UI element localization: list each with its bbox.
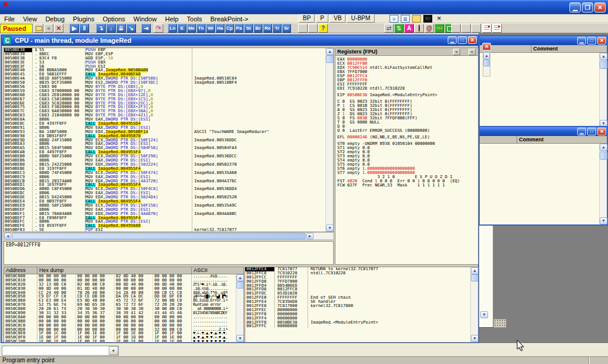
scrollbar[interactable]: ▲ ▼ [599, 144, 607, 224]
trace-into-icon[interactable]: ⇊ [116, 24, 126, 33]
scroll-right-icon[interactable]: ► [306, 233, 314, 239]
dump-row[interactable]: 0050C0E01F 00 1C 001F 00 1E 001F 00 1E 0… [4, 331, 236, 335]
menu-view[interactable]: View [19, 15, 42, 23]
maximize-icon[interactable]: □ [458, 36, 467, 44]
dump-row[interactable]: 0050C09030 31 32 3334 35 36 3738 39 41 4… [4, 311, 236, 315]
options-gear-icon[interactable] [298, 24, 308, 33]
window-button-wi[interactable]: Wi [206, 24, 215, 33]
combo-dropdown-icon[interactable]: ▼ [109, 346, 118, 355]
disasm-row[interactable]: 0050BE8C.E8 4397F8FFCALL ImageRed.004955… [4, 122, 325, 126]
window-button-pa[interactable]: Pa [235, 24, 243, 33]
close-button[interactable]: ✕ [594, 2, 606, 12]
scroll-up-icon[interactable]: ▲ [236, 274, 244, 281]
cpu-window[interactable]: C CPU - main thread, module ImageRed ▁ □… [1, 34, 479, 343]
menu-plugins[interactable]: Plugins [69, 15, 99, 23]
scroll-thumb[interactable] [483, 59, 490, 67]
comment-window-2-titlebar[interactable]: ▁ □ ✕ [480, 127, 607, 136]
stack-row[interactable]: 0012FFEC00000000 [245, 308, 470, 312]
scroll-thumb[interactable] [600, 151, 607, 160]
stack-row[interactable]: 0012FFD48054B6ED [245, 284, 470, 288]
disasm-row[interactable]: 0050BEB0.8B0D 98F25000MOV ECX,DWORD PTR … [4, 154, 325, 159]
hidden-window-scrollbar[interactable]: ▲ [483, 52, 490, 77]
scroll-left-icon[interactable]: ◄ [4, 233, 11, 239]
dump-row[interactable]: 0050C0C000 00 00 0000 00 00 0000 00 00 0… [4, 324, 236, 328]
dump-row[interactable]: 0050C050C9 D7 CF C8CD CE DB D8DA D9 CA D… [4, 295, 236, 299]
register-line[interactable]: EDI 7C910228 ntdll.7C910228 [337, 87, 478, 91]
empty-slot-icon[interactable] [461, 24, 471, 33]
open-file-icon[interactable] [34, 24, 43, 33]
comment-window-2[interactable]: ▁ □ ✕ Comment ▲ ▼ [479, 126, 608, 226]
disasm-row[interactable]: 0050BEC9.8B06MOV EAX,DWORD PTR DS:[ESI] [4, 175, 325, 179]
register-line[interactable]: EIP 0050BE38 ImageRed.<ModuleEntryPoint> [337, 93, 478, 97]
window-button-re[interactable]: Re [263, 24, 272, 33]
disasm-row[interactable]: 0050BE75.C683 F3020000 00MOV BYTE PTR DS… [4, 105, 325, 109]
comment-window-1-titlebar[interactable]: ▁ □ ✕ [480, 36, 607, 45]
disasm-row[interactable]: 0050BE45.E8 56B1EFFFCALL ImageRed.00406F… [4, 72, 325, 77]
dump-header-address[interactable]: Address [4, 267, 37, 274]
menu-tools[interactable]: Tools [183, 15, 207, 23]
close-icon[interactable]: ✕ [468, 36, 477, 44]
stack-row[interactable]: 0012FFD07FFD7000 [245, 280, 470, 284]
record-dot-icon[interactable] [414, 24, 424, 33]
stack-row[interactable]: 0012FFD80012FFC8 [245, 287, 470, 292]
dump-header-hex[interactable]: Hex dump [37, 267, 192, 274]
stack-row[interactable]: 0012FFE47C839AD8SE handler [245, 300, 470, 304]
menu-help[interactable]: Help [161, 15, 183, 23]
restore-button[interactable]: ❐ [582, 2, 593, 12]
disasm-row[interactable]: 0050BE93.BA 14BF5000MOV EDX,ImageRed.005… [4, 130, 325, 134]
disasm-row[interactable]: 0050BEBE.E8 3197F8FFCALL ImageRed.004955… [4, 167, 325, 171]
restart-back-icon[interactable]: « [44, 24, 53, 33]
disasm-row[interactable]: 0050BEDC.8B06MOV EAX,DWORD PTR DS:[ESI] [4, 191, 325, 195]
dump-row[interactable]: 0050C02032 13 8B C002 00 8B C000 8D 40 0… [4, 283, 236, 287]
menu-file[interactable]: File [0, 15, 19, 23]
register-line[interactable]: O 0 LastErr ERROR_SUCCESS (00000000) [337, 129, 478, 133]
disasm-row[interactable]: 0050BE38$55PUSH EBP [4, 48, 325, 52]
dump-row[interactable]: 0050C08020 20 61 7420 30 30 3030 30 30 3… [4, 307, 236, 311]
close-process-icon[interactable]: ✕ [54, 24, 64, 33]
disasm-row[interactable]: 0050BE4A.8B1D 88F55000MOV EBX,DWORD PTR … [4, 77, 325, 81]
disasm-row[interactable]: 0050BE9D.8B0D 24F15000MOV ECX,DWORD PTR … [4, 138, 325, 143]
command-combobox[interactable]: ▼ [2, 346, 119, 356]
menu-breakpoint[interactable]: BreakPoint-> [206, 15, 252, 23]
menu-close-icon[interactable]: ✕ [435, 15, 444, 23]
disasm-row[interactable]: 0050BEE4.E8 0B97F8FFCALL ImageRed.004955… [4, 200, 325, 204]
dump-pane[interactable]: Address Hex dump ASCII 0050C00000 00 00 … [4, 267, 244, 343]
stack-pane[interactable]: 0012FFC47C817077RETURN to kernel32.7C817… [245, 267, 479, 343]
scroll-down-icon[interactable]: ▼ [600, 217, 607, 224]
open-folder-icon[interactable] [412, 15, 421, 23]
scroll-thumb[interactable] [326, 55, 334, 63]
registers-prev-icon[interactable]: < [453, 49, 460, 55]
spiral-plugin-icon[interactable]: @ [425, 24, 434, 33]
dump-row[interactable]: 0050C01000 00 00 0000 00 00 0000 00 00 0… [4, 278, 236, 283]
scroll-thumb[interactable] [236, 281, 244, 289]
counter-plugin-icon[interactable]: 012 [435, 24, 444, 33]
comment-window-2-body[interactable] [480, 144, 599, 224]
pause-icon[interactable]: ‖ [80, 24, 89, 33]
disasm-row[interactable]: 0050BE50.8B35 DCF35000MOV ESI,DWORD PTR … [4, 81, 325, 85]
disasm-row[interactable]: 0050BE83.C683 21040000 00MOV BYTE PTR DS… [4, 113, 325, 118]
scroll-thumb[interactable] [600, 61, 607, 69]
comment-window-1[interactable]: ▁ □ ✕ Comment ▲ ▼ [479, 35, 608, 128]
disasm-row[interactable]: 0050BECB.8B15 20374A00MOV EDX,DWORD PTR … [4, 179, 325, 183]
scroll-up-icon[interactable]: ▲ [483, 52, 490, 59]
quick-button-bp[interactable]: BP [299, 14, 315, 23]
disasm-row[interactable]: 0050BE3B.83C4 F0ADD ESP,-10 [4, 56, 325, 61]
disasm-row[interactable]: 0050BED6.8B0D C8F45000MOV ECX,DWORD PTR … [4, 187, 325, 191]
appearance-icon[interactable] [308, 24, 318, 33]
window-button-tr[interactable]: Tr [273, 24, 281, 33]
disasm-row[interactable]: 0050BE7C.C683 8A030000 00MOV BYTE PTR DS… [4, 109, 325, 113]
empty-slot-icon[interactable] [451, 24, 461, 33]
registers-prev2-icon[interactable]: < [468, 49, 476, 55]
scroll-down-icon[interactable]: ▼ [326, 224, 334, 232]
hidden-window-close-icon[interactable]: ✕ [482, 43, 491, 50]
command-input[interactable] [2, 346, 109, 355]
dump-row[interactable]: 0050C0B000 00 00 0000 00 00 0000 00 00 0… [4, 319, 236, 324]
stack-row[interactable]: 0012FFF000000000 [245, 312, 470, 316]
disasm-row[interactable]: 0050BE98.E8 DB91F8FFCALL ImageRed.004950… [4, 134, 325, 138]
console-icon[interactable]: C:\ [423, 15, 432, 23]
window-button-br[interactable]: Br [254, 24, 262, 33]
disasm-row[interactable]: 0050BE6E.C683 5C020000 00MOV BYTE PTR DS… [4, 102, 325, 106]
report-list-icon[interactable] [482, 24, 492, 33]
stack-row[interactable]: 0012FFF400000000 [245, 316, 470, 321]
scroll-down-icon[interactable]: ▼ [480, 311, 488, 318]
